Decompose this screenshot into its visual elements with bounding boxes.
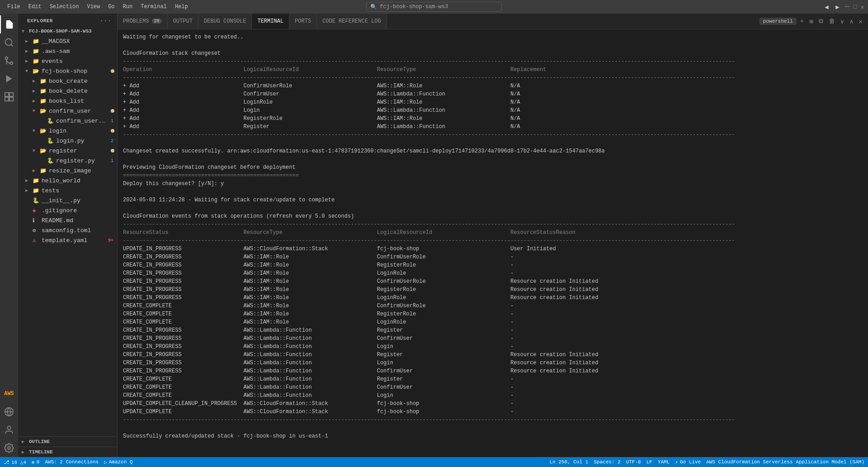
titlebar-menu: File Edit Selection View Go Run Terminal… <box>4 3 192 11</box>
sidebar-item-confirm-user[interactable]: ▼ 📂 confirm_user <box>18 106 117 116</box>
sidebar-item-tests[interactable]: ▶ 📁 tests <box>18 186 117 195</box>
svg-point-2 <box>10 62 13 65</box>
sidebar-item-macosx[interactable]: ▶ 📁 __MACOSX <box>18 36 117 46</box>
status-aws[interactable]: AWS: 2 Connections <box>45 459 99 465</box>
terminal-line: ----------------------------------------… <box>123 220 863 229</box>
play-icon: ▷ <box>104 459 107 465</box>
sidebar-item-samconfig[interactable]: ⚙ samconfig.toml <box>18 225 117 235</box>
nav-back-button[interactable]: ◀ <box>823 3 830 10</box>
tab-output[interactable]: OUTPUT <box>168 14 198 29</box>
status-spaces[interactable]: Spaces: 2 <box>594 459 620 465</box>
menu-view[interactable]: View <box>83 3 104 11</box>
close-panel-icon[interactable]: ✕ <box>857 17 864 26</box>
tab-code-ref[interactable]: CODE REFERENCE LOG <box>317 14 387 29</box>
aws-activity-icon[interactable]: AWS <box>0 385 18 403</box>
menu-run[interactable]: Run <box>119 3 137 11</box>
tab-ports[interactable]: PORTS <box>289 14 317 29</box>
explorer-activity-icon[interactable] <box>0 15 18 33</box>
maximize-button[interactable]: □ <box>853 3 857 10</box>
status-amazon-q[interactable]: ▷ Amazon Q <box>104 459 132 465</box>
terminal-line: 2024-05-03 11:24:28 - Waiting for stack … <box>123 196 863 204</box>
delete-terminal-icon[interactable]: 🗑 <box>827 17 837 26</box>
timeline-header[interactable]: ▶ TIMELINE <box>18 447 117 457</box>
status-remote[interactable]: ⎇ 16 △4 <box>4 459 26 465</box>
sidebar-item-login[interactable]: ▼ 📂 login <box>18 126 117 136</box>
extensions-activity-icon[interactable] <box>0 88 18 106</box>
settings-activity-icon[interactable] <box>0 439 18 457</box>
sidebar-more-icon[interactable]: ··· <box>99 17 112 24</box>
split-terminal-icon[interactable]: ⊞ <box>807 17 815 26</box>
terminal-line: UPDATE_COMPLETE_CLEANUP_IN_PROGRESS AWS:… <box>123 400 863 408</box>
folder-open-icon: 📂 <box>40 108 47 114</box>
tab-debug-console[interactable]: DEBUG CONSOLE <box>198 14 252 29</box>
menu-go[interactable]: Go <box>104 3 118 11</box>
terminal-line: CREATE_IN_PROGRESS AWS::IAM::Role LoginR… <box>123 294 863 302</box>
status-errors[interactable]: ⊗ 0 <box>32 459 39 465</box>
sidebar-item-register-py[interactable]: 🐍 register.py 1 <box>18 156 117 166</box>
status-language[interactable]: YAML <box>658 459 670 465</box>
account-activity-icon[interactable] <box>0 421 18 439</box>
search-bar[interactable]: 🔍 fcj-book-shop-sam-ws3 <box>366 2 502 12</box>
root-arrow: ▼ <box>22 29 29 34</box>
books-list-arrow: ▶ <box>33 98 40 104</box>
svg-rect-5 <box>5 93 9 96</box>
sidebar-item-events[interactable]: ▶ 📁 events <box>18 56 117 66</box>
chevron-down-icon[interactable]: ∨ <box>839 17 846 26</box>
new-terminal-icon[interactable]: + <box>798 17 806 26</box>
tab-debug-console-label: DEBUG CONSOLE <box>204 18 246 24</box>
terminal-line: CREATE_IN_PROGRESS AWS::Lambda::Function… <box>123 326 863 334</box>
chevron-up-icon[interactable]: ∧ <box>848 17 855 26</box>
sidebar-item-init-py[interactable]: 🐍 __init__.py <box>18 195 117 205</box>
sidebar-item-hello-world[interactable]: ▶ 📁 hello_world <box>18 176 117 186</box>
close-button[interactable]: ✕ <box>861 3 864 11</box>
register-arrow: ▼ <box>33 148 40 153</box>
terminal-line <box>123 424 863 432</box>
register-modified-dot <box>111 149 114 152</box>
status-line-ending[interactable]: LF <box>646 459 652 465</box>
sidebar-item-resize-image[interactable]: ▶ 📁 resize_image <box>18 166 117 176</box>
sidebar-item-login-py[interactable]: 🐍 login.py 2 <box>18 136 117 146</box>
menu-file[interactable]: File <box>4 3 24 11</box>
svg-point-11 <box>7 426 10 429</box>
source-control-activity-icon[interactable] <box>0 52 18 70</box>
confirm-user-label: confirm_user <box>49 108 111 114</box>
sidebar-root[interactable]: ▼ FCJ-BOOK-SHOP-SAM-WS3 <box>18 26 117 36</box>
sidebar-item-gitignore[interactable]: ◆ .gitignore <box>18 205 117 215</box>
outline-header[interactable]: ▶ OUTLINE <box>18 437 117 447</box>
terminal-line: Waiting for changeset to be created.. <box>123 33 863 41</box>
sidebar-item-template-yaml[interactable]: ⚠ template.yaml 9+ <box>18 235 117 245</box>
terminal-line: CloudFormation stack changeset <box>123 49 863 57</box>
minimize-button[interactable]: ─ <box>844 2 849 11</box>
panel-layout-icon[interactable]: ⧉ <box>817 17 825 26</box>
menu-selection[interactable]: Selection <box>46 3 83 11</box>
status-cloudformation[interactable]: AWS CloudFormation Serverless Applicatio… <box>706 459 864 465</box>
sidebar-item-fcj-book-shop[interactable]: ▼ 📂 fcj-book-shop <box>18 66 117 76</box>
nav-forward-button[interactable]: ▶ <box>834 3 841 10</box>
sidebar-item-register[interactable]: ▼ 📂 register <box>18 146 117 156</box>
sidebar-timeline-section[interactable]: ▶ TIMELINE <box>18 447 117 457</box>
status-go-live[interactable]: ⚡ Go Live <box>675 459 701 465</box>
tab-terminal[interactable]: TERMINAL <box>252 14 289 29</box>
sidebar-tree[interactable]: ▼ FCJ-BOOK-SHOP-SAM-WS3 ▶ 📁 __MACOSX ▶ 📁… <box>18 26 117 436</box>
sidebar-item-aws-sam[interactable]: ▶ 📁 .aws-sam <box>18 46 117 56</box>
search-activity-icon[interactable] <box>0 33 18 52</box>
sidebar-outline-section[interactable]: ▶ OUTLINE <box>18 436 117 447</box>
status-position[interactable]: Ln 250, Col 1 <box>549 459 588 465</box>
sidebar-item-book-delete[interactable]: ▶ 📁 book_delete <box>18 86 117 96</box>
remote-activity-icon[interactable] <box>0 403 18 421</box>
run-debug-activity-icon[interactable] <box>0 70 18 88</box>
sidebar-item-readme[interactable]: ℹ README.md <box>18 215 117 225</box>
terminal-content[interactable]: Waiting for changeset to be created.. Cl… <box>118 29 868 457</box>
terminal-line: CREATE_IN_PROGRESS AWS::Lambda::Function… <box>123 359 863 367</box>
sidebar-item-confirm-user-py[interactable]: 🐍 confirm_user.py 1 <box>18 116 117 126</box>
menu-help[interactable]: Help <box>171 3 192 11</box>
menu-edit[interactable]: Edit <box>25 3 45 11</box>
gear-file-icon: ⚙ <box>33 227 40 234</box>
tab-problems[interactable]: PROBLEMS 20 <box>118 14 168 29</box>
status-encoding[interactable]: UTF-8 <box>626 459 641 465</box>
folder-icon: 📁 <box>33 58 40 65</box>
svg-rect-8 <box>9 97 13 101</box>
sidebar-item-books-list[interactable]: ▶ 📁 books_list <box>18 96 117 106</box>
sidebar-item-book-create[interactable]: ▶ 📁 book_create <box>18 76 117 86</box>
menu-terminal[interactable]: Terminal <box>137 3 170 11</box>
